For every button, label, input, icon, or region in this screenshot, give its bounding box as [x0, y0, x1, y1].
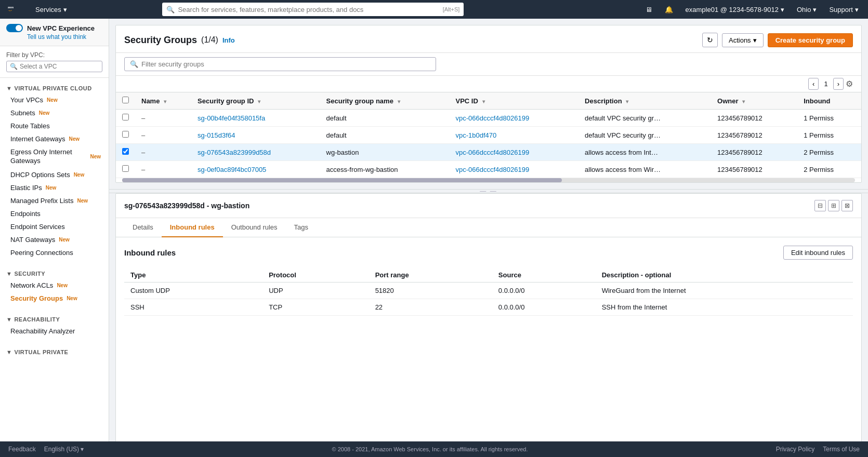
- th-rule-port: Port range: [369, 268, 492, 283]
- row-vpc-id-2[interactable]: vpc-066dcccf4d8026199: [450, 144, 579, 161]
- sort-description-icon[interactable]: ▾: [626, 99, 628, 104]
- row-vpc-id-3[interactable]: vpc-066dcccf4d8026199: [450, 161, 579, 178]
- rules-table-head: Type Protocol Port range Source: [124, 268, 853, 283]
- row-inbound-0: 1 Permiss: [797, 110, 861, 127]
- tab-tags[interactable]: Tags: [286, 218, 317, 237]
- layout-icon-3[interactable]: ⊠: [841, 200, 853, 211]
- actions-button[interactable]: Actions ▾: [722, 33, 764, 47]
- sidebar-item-reachability-analyzer[interactable]: Reachability Analyzer: [0, 325, 109, 338]
- sidebar-item-elastic-ips[interactable]: Elastic IPs New: [0, 181, 109, 194]
- vpc-filter-input[interactable]: [20, 63, 99, 70]
- refresh-button[interactable]: ↻: [702, 33, 718, 47]
- sidebar-section-vpc: ▼ VIRTUAL PRIVATE CLOUD Your VPCs New Su…: [0, 78, 109, 263]
- sidebar-item-internet-gateways[interactable]: Internet Gateways New: [0, 132, 109, 145]
- bell-icon: 🔔: [665, 6, 673, 14]
- section-label-security: SECURITY: [14, 271, 45, 277]
- horizontal-scrollbar[interactable]: [122, 178, 855, 182]
- row-sg-id-0[interactable]: sg-00b4fe04f358015fa: [191, 110, 320, 127]
- terms-of-use-link[interactable]: Terms of Use: [823, 446, 860, 453]
- sidebar-item-peering[interactable]: Peering Connections: [0, 246, 109, 259]
- detail-header: sg-076543a823999d58d - wg-bastion ⊟ ⊞ ⊠: [116, 194, 861, 218]
- sort-owner-icon[interactable]: ▾: [742, 99, 745, 104]
- sort-name-icon[interactable]: ▾: [164, 99, 166, 104]
- sidebar-item-endpoints[interactable]: Endpoints: [0, 207, 109, 220]
- sort-vpc-id-icon[interactable]: ▾: [482, 99, 485, 104]
- sidebar-section-header-vpc[interactable]: ▼ VIRTUAL PRIVATE CLOUD: [0, 82, 109, 93]
- row-checkbox-3[interactable]: [122, 165, 129, 172]
- tab-inbound-rules[interactable]: Inbound rules: [162, 218, 223, 237]
- detail-layout-icons: ⊟ ⊞ ⊠: [814, 200, 853, 211]
- sidebar-section-reachability: ▼ REACHABILITY Reachability Analyzer: [0, 309, 109, 342]
- row-sg-id-2[interactable]: sg-076543a823999d58d: [191, 144, 320, 161]
- panel-actions: ↻ Actions ▾ Create security group: [702, 33, 853, 47]
- search-input[interactable]: [178, 6, 442, 14]
- services-menu-button[interactable]: Services ▾: [31, 4, 71, 16]
- vpc-toggle-link[interactable]: Tell us what you think: [6, 33, 102, 41]
- row-checkbox-2[interactable]: [122, 148, 129, 155]
- row-vpc-id-0[interactable]: vpc-066dcccf4d8026199: [450, 110, 579, 127]
- prev-page-button[interactable]: ‹: [808, 78, 819, 90]
- vpc-experience-toggle[interactable]: [6, 24, 23, 32]
- sidebar-item-endpoint-services[interactable]: Endpoint Services: [0, 220, 109, 233]
- feedback-link[interactable]: Feedback: [8, 446, 36, 453]
- row-sg-id-1[interactable]: sg-015d3f64: [191, 127, 320, 144]
- row-checkbox-0[interactable]: [122, 114, 129, 120]
- sidebar-item-network-acls[interactable]: Network ACLs New: [0, 279, 109, 292]
- info-link[interactable]: Info: [222, 36, 235, 44]
- sidebar-section-header-reachability[interactable]: ▼ REACHABILITY: [0, 313, 109, 325]
- edit-inbound-label: Edit inbound rules: [791, 249, 845, 257]
- select-all-checkbox[interactable]: [122, 97, 129, 103]
- panel-header: Security Groups (1/4) Info ↻ Actions ▾ C…: [116, 25, 861, 53]
- column-settings-icon[interactable]: ⚙: [846, 79, 853, 89]
- tab-details[interactable]: Details: [124, 218, 162, 237]
- notifications-button[interactable]: 🔔: [662, 4, 676, 16]
- sidebar-item-dhcp[interactable]: DHCP Options Sets New: [0, 168, 109, 181]
- sidebar-item-nat-gateways[interactable]: NAT Gateways New: [0, 233, 109, 246]
- table-row[interactable]: – sg-076543a823999d58d wg-bastion vpc-06…: [116, 144, 861, 161]
- sidebar-item-managed-prefix[interactable]: Managed Prefix Lists New: [0, 194, 109, 207]
- sidebar-item-route-tables[interactable]: Route Tables: [0, 119, 109, 132]
- sidebar-item-subnets[interactable]: Subnets New: [0, 106, 109, 119]
- layout-icon-1[interactable]: ⊟: [814, 200, 826, 211]
- filter-input[interactable]: [141, 60, 430, 68]
- sidebar-label-elastic-ips: Elastic IPs: [10, 184, 42, 192]
- row-sg-id-3[interactable]: sg-0ef0ac89f4bc07005: [191, 161, 320, 178]
- sort-sg-id-icon[interactable]: ▾: [258, 99, 260, 104]
- layout-icon-2[interactable]: ⊞: [828, 200, 839, 211]
- tab-details-label: Details: [133, 223, 153, 231]
- region-menu-button[interactable]: Ohio ▾: [794, 4, 820, 16]
- edit-inbound-rules-button[interactable]: Edit inbound rules: [783, 246, 853, 260]
- table-row[interactable]: – sg-0ef0ac89f4bc07005 access-from-wg-ba…: [116, 161, 861, 178]
- sort-sg-name-icon[interactable]: ▾: [398, 99, 400, 104]
- refresh-icon: ↻: [707, 36, 713, 44]
- sidebar-section-header-vpn[interactable]: ▼ VIRTUAL PRIVATE: [0, 346, 109, 357]
- create-security-group-button[interactable]: Create security group: [768, 33, 853, 47]
- sidebar-item-egress-only[interactable]: Egress Only Internet Gateways New: [0, 145, 109, 168]
- th-description: Description ▾: [578, 92, 711, 110]
- row-checkbox-1[interactable]: [122, 131, 129, 138]
- privacy-policy-link[interactable]: Privacy Policy: [776, 446, 815, 453]
- aws-console-icon-button[interactable]: 🖥: [642, 4, 655, 16]
- sidebar-section-header-security[interactable]: ▼ SECURITY: [0, 267, 109, 279]
- panel-title-text: Security Groups: [124, 35, 197, 46]
- table-row[interactable]: – sg-00b4fe04f358015fa default vpc-066dc…: [116, 110, 861, 127]
- footer-copyright: © 2008 - 2021, Amazon Web Services, Inc.…: [332, 446, 528, 452]
- layout-split-icon: ⊟: [818, 202, 823, 209]
- sidebar-item-your-vpcs[interactable]: Your VPCs New: [0, 93, 109, 106]
- table-row[interactable]: – sg-015d3f64 default vpc-1b0df470 defau…: [116, 127, 861, 144]
- row-sg-name-0: default: [320, 110, 450, 127]
- rule-row: Custom UDP UDP 51820 0.0.0.0/0 WireGuard…: [124, 283, 853, 299]
- row-vpc-id-1[interactable]: vpc-1b0df470: [450, 127, 579, 144]
- section-chevron-icon-security: ▼: [6, 271, 12, 277]
- tab-outbound-rules[interactable]: Outbound rules: [223, 218, 286, 237]
- account-menu-button[interactable]: example01 @ 1234-5678-9012 ▾: [682, 4, 787, 16]
- main-content: Security Groups (1/4) Info ↻ Actions ▾ C…: [109, 19, 868, 457]
- account-label: example01 @ 1234-5678-9012: [686, 6, 779, 14]
- sidebar-item-security-groups[interactable]: Security Groups New: [0, 292, 109, 305]
- aws-logo[interactable]: aws: [6, 4, 25, 15]
- row-owner-3: 123456789012: [711, 161, 797, 178]
- resize-handle[interactable]: — —: [109, 189, 868, 193]
- support-menu-button[interactable]: Support ▾: [826, 4, 862, 16]
- language-selector[interactable]: English (US) ▾: [44, 446, 84, 453]
- next-page-button[interactable]: ›: [833, 78, 844, 90]
